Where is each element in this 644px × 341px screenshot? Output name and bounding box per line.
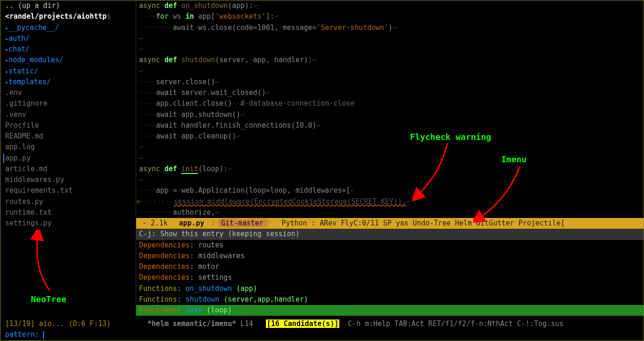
helm-candidates[interactable]: Dependencies: routes Dependencies: middl…	[136, 240, 644, 316]
code-line[interactable]: ↩	[136, 44, 644, 55]
code-line[interactable]: ····await·app.cleanup()↩	[136, 131, 644, 142]
tree-dir[interactable]: static/	[5, 66, 136, 77]
tree-file[interactable]: routes.py	[5, 196, 136, 207]
tree-file[interactable]: README.md	[5, 131, 136, 142]
helm-candidate[interactable]: Dependencies: routes	[136, 240, 644, 251]
tree-file[interactable]: .venv	[5, 109, 136, 120]
code-line[interactable]: ····for·ws·in·app['websockets']:↩	[136, 11, 644, 22]
code-line[interactable]: async·def·on_shutdown(app):↩	[136, 0, 644, 11]
code-line[interactable]: ····await·handler.finish_connections(10.…	[136, 120, 644, 131]
neotree-sidebar[interactable]: .. (up a dir) <randel/projects/aiohttp$ …	[0, 0, 136, 319]
tree-dir[interactable]: chat/	[5, 44, 136, 55]
helm-candidate[interactable]: Dependencies: middlewares	[136, 251, 644, 261]
code-line[interactable]: ····app·=·web.Application(loop=loop,·mid…	[136, 185, 644, 196]
tree-file[interactable]: .gitignore	[5, 98, 136, 109]
dir-up[interactable]: .. (up a dir)	[5, 0, 136, 11]
tree-file[interactable]: Procfile	[5, 120, 136, 131]
tree-dir[interactable]: __pycache__/	[5, 22, 136, 33]
code-line[interactable]: async·def·shutdown(server,·app,·handler)…	[136, 55, 644, 65]
code-line[interactable]: ····await·server.wait_closed()↩	[136, 87, 644, 98]
tree-dir[interactable]: templates/	[5, 77, 136, 87]
helm-candidate[interactable]: Dependencies: settings	[136, 272, 644, 283]
code-line[interactable]: ↩	[136, 33, 644, 44]
tree-file[interactable]: article.md	[5, 164, 136, 174]
tree-dir[interactable]: node_modules/	[5, 55, 136, 65]
tree-file[interactable]: settings.py	[5, 218, 136, 229]
minibuffer[interactable]: pattern:	[0, 329, 644, 340]
code-line[interactable]: ····server.close()↩	[136, 77, 644, 87]
code-line[interactable]: ↩	[136, 142, 644, 152]
code-line[interactable]: »········session_middleware(EncryptedCoo…	[136, 196, 644, 207]
tree-file[interactable]: app.py	[5, 153, 136, 164]
helm-mode-line: *helm semantic/imenu* L14 [16 Candidate(…	[136, 319, 644, 329]
tree-file[interactable]: .env	[5, 87, 136, 98]
code-line[interactable]: ····app.client.close()··#·database·conne…	[136, 98, 644, 109]
code-line[interactable]: async·def·init(loop):↩	[136, 164, 644, 174]
tree-file[interactable]: requirements.txt	[5, 185, 136, 196]
code-line[interactable]: ↩	[136, 174, 644, 185]
helm-candidate[interactable]: Functions: on_shutdown (app)	[136, 283, 644, 294]
code-line[interactable]: ↩	[136, 66, 644, 77]
code-buffer[interactable]: async·def·on_shutdown(app):↩····for·ws·i…	[136, 0, 644, 218]
neotree-mode-line: [13/19] aio... (D:6 F:13)	[0, 319, 136, 329]
code-line[interactable]: ········authorize,↩	[136, 207, 644, 218]
code-line[interactable]: ↩	[136, 153, 644, 164]
helm-candidate[interactable]: Functions: init (loop)	[136, 305, 644, 316]
helm-header: C-j: Show this entry (keeping session)	[136, 229, 644, 239]
helm-candidate[interactable]: Functions: shutdown (server,app,handler)	[136, 294, 644, 305]
tree-dir[interactable]: auth/	[5, 33, 136, 44]
cursor-icon	[43, 331, 46, 339]
tree-file[interactable]: runtime.txt	[5, 207, 136, 218]
code-line[interactable]: ········await·ws.close(code=1001,·messag…	[136, 22, 644, 33]
tree-file[interactable]: app.log	[5, 142, 136, 152]
cwd: <randel/projects/aiohttp$	[5, 11, 136, 22]
tree-file[interactable]: middlewares.py	[5, 174, 136, 185]
mode-line: - 2.1k app.py 〉Git-master〉 Python : ARev…	[136, 218, 644, 229]
helm-candidate[interactable]: Dependencies: motor	[136, 261, 644, 272]
code-line[interactable]: ····await·app.shutdown()↩	[136, 109, 644, 120]
